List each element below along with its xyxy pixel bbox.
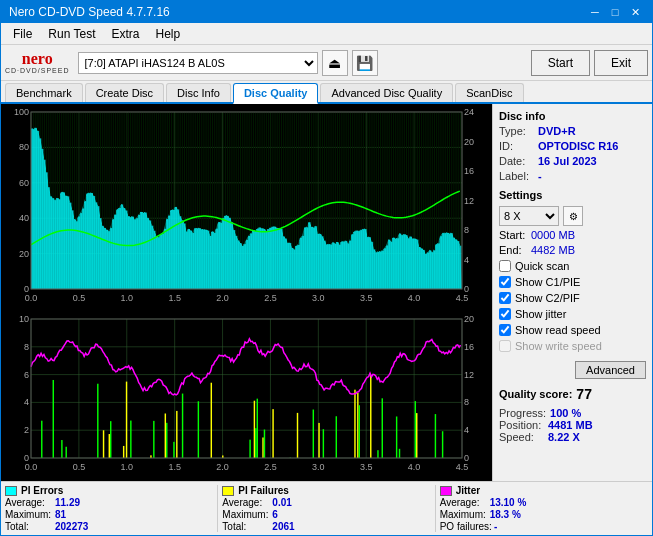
quality-score-label: Quality score: [499,388,572,400]
progress-label: Progress: [499,407,546,419]
start-label: Start: [499,229,527,241]
show-c1-pie-checkbox[interactable] [499,276,511,288]
show-c2-pif-label[interactable]: Show C2/PIF [515,292,580,304]
progress-row: Progress: 100 % [499,407,646,419]
pie-total-row: Total: 202273 [5,521,213,532]
jitter-avg-value: 13.10 % [490,497,527,508]
eject-button[interactable]: ⏏ [322,50,348,76]
menu-help[interactable]: Help [148,25,189,43]
disc-id-row: ID: OPTODISC R16 [499,140,646,152]
show-read-speed-label[interactable]: Show read speed [515,324,601,336]
menu-extra[interactable]: Extra [103,25,147,43]
disc-date-label: Date: [499,155,534,167]
position-label: Position: [499,419,544,431]
pif-max-label: Maximum: [222,509,270,520]
menu-bar: File Run Test Extra Help [1,23,652,45]
pie-avg-label: Average: [5,497,53,508]
position-row: Position: 4481 MB [499,419,646,431]
device-selector[interactable]: [7:0] ATAPI iHAS124 B AL0S [78,52,318,74]
jitter-po-value: - [494,521,497,532]
quality-score-value: 77 [576,386,592,402]
end-value: 4482 MB [531,244,575,256]
show-read-speed-row: Show read speed [499,324,646,336]
show-c2-pif-checkbox[interactable] [499,292,511,304]
advanced-button[interactable]: Advanced [575,361,646,379]
disc-type-value: DVD+R [538,125,576,137]
show-jitter-label[interactable]: Show jitter [515,308,566,320]
menu-file[interactable]: File [5,25,40,43]
start-button[interactable]: Start [531,50,590,76]
nero-logo: nero CD·DVD/SPEED [5,51,70,74]
maximize-button[interactable]: □ [606,3,624,21]
disc-id-label: ID: [499,140,534,152]
stats-bar: PI Errors Average: 11.29 Maximum: 81 Tot… [1,481,652,535]
speed-selector[interactable]: 8 X Max 1 X 2 X 4 X 16 X [499,206,559,226]
pif-stats-col: PI Failures Average: 0.01 Maximum: 6 Tot… [222,485,430,532]
pif-avg-row: Average: 0.01 [222,497,430,508]
progress-section: Progress: 100 % Position: 4481 MB Speed:… [499,407,646,443]
pie-total-label: Total: [5,521,53,532]
pif-chart [1,311,492,480]
jitter-stats-title: Jitter [456,485,480,496]
title-bar: Nero CD-DVD Speed 4.7.7.16 ─ □ ✕ [1,1,652,23]
jitter-stats-col: Jitter Average: 13.10 % Maximum: 18.3 % … [440,485,648,532]
pie-total-value: 202273 [55,521,88,532]
save-button[interactable]: 💾 [352,50,378,76]
pie-stats-header: PI Errors [5,485,213,496]
settings-title: Settings [499,189,646,201]
pie-stats-col: PI Errors Average: 11.29 Maximum: 81 Tot… [5,485,213,532]
start-row: Start: 0000 MB [499,229,646,241]
show-jitter-checkbox[interactable] [499,308,511,320]
quick-scan-label[interactable]: Quick scan [515,260,569,272]
disc-label-row: Label: - [499,170,646,182]
show-read-speed-checkbox[interactable] [499,324,511,336]
tab-create-disc[interactable]: Create Disc [85,83,164,102]
pif-avg-label: Average: [222,497,270,508]
minimize-button[interactable]: ─ [586,3,604,21]
pif-total-row: Total: 2061 [222,521,430,532]
main-window: Nero CD-DVD Speed 4.7.7.16 ─ □ ✕ File Ru… [0,0,653,536]
menu-run-test[interactable]: Run Test [40,25,103,43]
pie-max-row: Maximum: 81 [5,509,213,520]
pie-stats-title: PI Errors [21,485,63,496]
tab-disc-info[interactable]: Disc Info [166,83,231,102]
exit-button[interactable]: Exit [594,50,648,76]
tab-scan-disc[interactable]: ScanDisc [455,83,523,102]
pie-chart [1,104,492,311]
tab-disc-quality[interactable]: Disc Quality [233,83,319,104]
quality-row: Quality score: 77 [499,386,646,402]
jitter-stats-header: Jitter [440,485,648,496]
show-jitter-row: Show jitter [499,308,646,320]
jitter-avg-label: Average: [440,497,488,508]
tab-advanced-disc-quality[interactable]: Advanced Disc Quality [320,83,453,102]
jitter-po-row: PO failures: - [440,521,648,532]
close-button[interactable]: ✕ [626,3,644,21]
end-row: End: 4482 MB [499,244,646,256]
show-write-speed-checkbox [499,340,511,352]
window-controls: ─ □ ✕ [586,3,644,21]
speed-label: Speed: [499,431,544,443]
stats-divider-1 [217,485,218,532]
jitter-max-value: 18.3 % [490,509,521,520]
pif-legend-color [222,486,234,496]
speed-setting-row: 8 X Max 1 X 2 X 4 X 16 X ⚙ [499,206,646,226]
show-c1-pie-label[interactable]: Show C1/PIE [515,276,580,288]
show-write-speed-row: Show write speed [499,340,646,352]
disc-date-row: Date: 16 Jul 2023 [499,155,646,167]
pif-total-value: 2061 [272,521,294,532]
pif-avg-value: 0.01 [272,497,291,508]
pie-avg-row: Average: 11.29 [5,497,213,508]
pie-max-value: 81 [55,509,66,520]
pif-stats-header: PI Failures [222,485,430,496]
speed-icon-button[interactable]: ⚙ [563,206,583,226]
tab-benchmark[interactable]: Benchmark [5,83,83,102]
pif-max-row: Maximum: 6 [222,509,430,520]
toolbar: nero CD·DVD/SPEED [7:0] ATAPI iHAS124 B … [1,45,652,81]
pie-legend-color [5,486,17,496]
position-value: 4481 MB [548,419,593,431]
right-panel: Disc info Type: DVD+R ID: OPTODISC R16 D… [492,104,652,481]
progress-value: 100 % [550,407,581,419]
quick-scan-checkbox[interactable] [499,260,511,272]
disc-type-row: Type: DVD+R [499,125,646,137]
title-text: Nero CD-DVD Speed 4.7.7.16 [9,5,586,19]
